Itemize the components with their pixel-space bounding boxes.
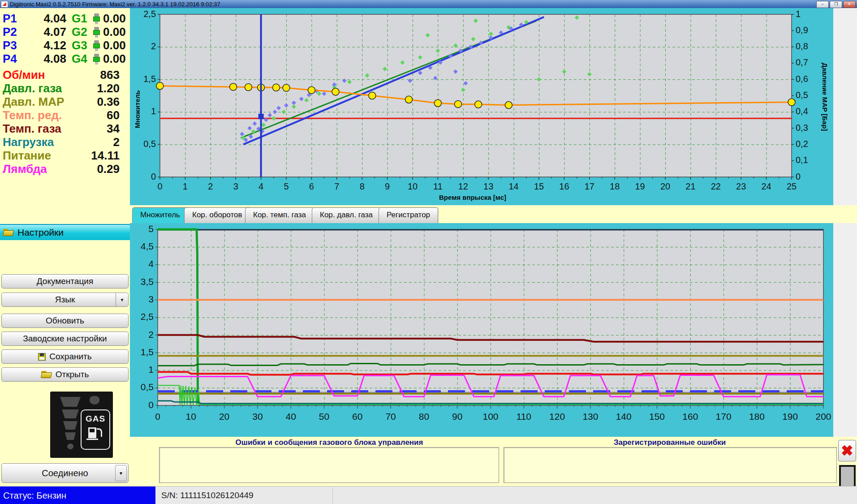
save-icon <box>38 353 46 361</box>
petrol-injector-value: 4.12 <box>22 39 66 52</box>
injector-row: P4 4.08 G4 0.00 <box>0 52 130 65</box>
factory-settings-button[interactable]: Заводские настройки <box>1 332 129 346</box>
gas-injector-label: G1 <box>66 12 91 26</box>
connection-dropdown[interactable]: Соединено ▼ <box>1 463 129 483</box>
red-cross-icon: ✖ <box>841 442 853 459</box>
injector-row: P2 4.07 G2 0.00 <box>0 25 130 39</box>
gas-injector-label: G4 <box>66 52 91 66</box>
recorder-chart-panel <box>130 223 833 437</box>
fuel-level-bar <box>60 397 81 407</box>
sensor-label: Об/мин <box>3 68 45 82</box>
open-folder-icon <box>41 371 52 379</box>
fuel-level-dot <box>67 444 73 449</box>
sensor-label: Темп. ред. <box>3 108 62 122</box>
close-button[interactable]: ✕ <box>843 1 856 8</box>
petrol-injector-label: P2 <box>3 25 22 39</box>
app-window: Digitronic Maxi2 0.5.2.7510 Firmware: Ma… <box>0 0 857 504</box>
tab-multiplier[interactable]: Множитель <box>132 207 188 223</box>
open-folder-icon <box>3 229 14 237</box>
minimize-button[interactable]: – <box>816 1 829 8</box>
fuel-pump-hose <box>97 428 102 437</box>
y2-axis-title: Давление МАР [Бар] <box>821 63 829 131</box>
documentation-button[interactable]: Документация <box>1 274 129 289</box>
sensor-value: 60 <box>107 108 120 122</box>
sensor-label: Лямбда <box>3 162 47 176</box>
chevron-down-icon[interactable]: ▼ <box>115 465 127 481</box>
tab-gas-temp-correction[interactable]: Кор. темп. газа <box>245 207 314 223</box>
sensor-label: Питание <box>3 149 51 162</box>
tab-recorder[interactable]: Регистратор <box>379 207 438 223</box>
petrol-injector-value: 4.04 <box>22 12 66 26</box>
petrol-injector-value: 4.08 <box>22 52 66 66</box>
registered-errors-title: Зарегистрированные ошибки <box>504 438 836 447</box>
petrol-injector-label: P4 <box>3 52 22 66</box>
gas-injector-label: G2 <box>66 25 91 39</box>
tab-gas-press-correction[interactable]: Кор. давл. газа <box>312 207 381 223</box>
injector-icon <box>93 27 100 38</box>
recorder-toolbar <box>833 223 857 437</box>
open-button[interactable]: Открыть <box>1 367 129 382</box>
status-led <box>90 396 99 405</box>
sensor-row: Питание 14.11 <box>0 149 130 162</box>
chevron-down-icon[interactable]: ▼ <box>116 293 128 306</box>
button-label: Обновить <box>46 316 84 326</box>
button-label: Документация <box>37 276 93 286</box>
button-label: Сохранить <box>49 352 91 362</box>
sensor-row: Нагрузка 2 <box>0 135 130 149</box>
sensor-row: Темп. газа 34 <box>0 122 130 135</box>
gas-button-frame: GAS <box>81 409 110 450</box>
sensor-value: 1.20 <box>97 82 120 95</box>
sensor-value: 2 <box>113 135 120 149</box>
gas-label: GAS <box>82 414 109 424</box>
language-dropdown[interactable]: Язык ▼ <box>1 293 129 307</box>
petrol-injector-value: 4.07 <box>22 25 66 39</box>
fuel-level-bar <box>65 432 76 440</box>
injector-icon <box>93 40 100 51</box>
sensor-row: Лямбда 0.29 <box>0 162 130 176</box>
tab-rpm-correction[interactable]: Кор. оборотов <box>184 207 250 223</box>
connection-label: Соединено <box>42 468 88 478</box>
ecu-errors-listbox[interactable] <box>159 447 499 483</box>
settings-header[interactable]: Настройки <box>0 224 130 240</box>
sensor-row: Давл. МАР 0.36 <box>0 95 130 108</box>
maximize-button[interactable]: ❒ <box>830 1 842 8</box>
sensor-label: Темп. газа <box>3 122 61 135</box>
chart-tabs: Множитель Кор. оборотов Кор. темп. газа … <box>130 205 857 223</box>
recorder-chart-canvas[interactable] <box>130 223 833 437</box>
status-bar: Статус: Бензин S/N: 1111151026120449 <box>0 486 857 504</box>
refresh-button[interactable]: Обновить <box>1 314 129 328</box>
injector-row: P3 4.12 G3 0.00 <box>0 39 130 52</box>
sensor-row: Давл. газа 1.20 <box>0 82 130 95</box>
injector-icon <box>93 13 100 24</box>
sensor-row: Об/мин 863 <box>0 68 130 82</box>
window-title: Digitronic Maxi2 0.5.2.7510 Firmware: Ma… <box>10 1 220 8</box>
error-indicator-square <box>839 465 856 489</box>
injector-row: P1 4.04 G1 0.00 <box>0 12 130 25</box>
sensor-value: 0.36 <box>97 95 120 108</box>
sensor-value: 0.29 <box>97 162 120 176</box>
save-button[interactable]: Сохранить <box>1 349 129 364</box>
fuel-level-bar <box>63 421 78 430</box>
registered-errors-listbox[interactable] <box>504 447 837 483</box>
sensor-label: Давл. газа <box>3 82 62 95</box>
button-label: Открыть <box>56 370 89 379</box>
map-toolbar: ✖ ✖ 0 <box>833 8 857 205</box>
injector-icon <box>93 54 100 65</box>
app-icon <box>1 1 8 8</box>
sensor-value: 34 <box>107 122 120 135</box>
clear-errors-button[interactable]: ✖ <box>838 440 856 461</box>
petrol-injector-label: P1 <box>3 12 22 26</box>
gas-injector-label: G3 <box>66 39 91 52</box>
serial-number: S/N: 1111151026120449 <box>161 487 254 504</box>
gas-switch-indicator[interactable]: GAS <box>50 392 113 458</box>
fuel-pump-icon <box>88 427 96 438</box>
fuel-pump-base <box>86 439 98 440</box>
title-bar: Digitronic Maxi2 0.5.2.7510 Firmware: Ma… <box>0 0 857 8</box>
sensor-label: Нагрузка <box>3 135 54 149</box>
x-axis-title: Время впрыска [мс] <box>439 194 506 201</box>
petrol-injector-label: P3 <box>3 39 22 52</box>
multiplier-chart-canvas[interactable] <box>130 8 833 205</box>
sensor-label: Давл. МАР <box>3 95 64 108</box>
statusbar-divider <box>332 487 333 504</box>
ecu-errors-title: Ошибки и сообщения газового блока управл… <box>159 438 500 447</box>
